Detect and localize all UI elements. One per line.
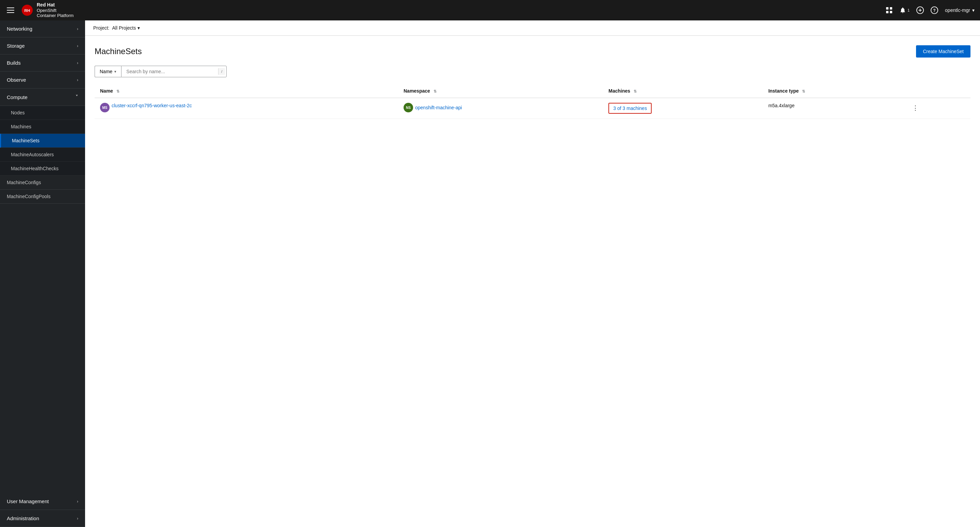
ns-badge: NS: [404, 103, 413, 112]
chevron-right-icon: ›: [77, 27, 78, 31]
project-dropdown[interactable]: All Projects ▾: [112, 25, 140, 31]
col-header-instance-type[interactable]: Instance type ⇅: [763, 84, 904, 98]
machines-count-highlighted[interactable]: 3 of 3 machines: [608, 103, 652, 114]
username-label: opentlc-mgr: [945, 8, 970, 13]
brand-text: Red Hat OpenShift Container Platform: [37, 2, 73, 18]
actions-cell: ⋮: [904, 98, 970, 119]
namespace-link[interactable]: openshift-machine-api: [415, 105, 462, 110]
col-machines-label: Machines: [608, 88, 630, 94]
sort-icon-name: ⇅: [116, 89, 119, 94]
svg-text:?: ?: [933, 8, 935, 13]
col-header-actions: [904, 84, 970, 98]
sidebar-item-machineconfigpools[interactable]: MachineConfigPools: [0, 189, 85, 204]
create-machineset-button[interactable]: Create MachineSet: [916, 45, 970, 57]
sidebar-item-builds[interactable]: Builds ›: [0, 54, 85, 72]
sidebar-item-machineautoscalers[interactable]: MachineAutoscalers: [0, 148, 85, 162]
sidebar: Networking › Storage › Builds › Observe …: [0, 21, 85, 527]
col-header-namespace[interactable]: Namespace ⇅: [398, 84, 603, 98]
plus-icon: [916, 6, 924, 14]
sidebar-item-storage[interactable]: Storage ›: [0, 37, 85, 54]
search-kbd-shortcut: /: [218, 68, 225, 75]
grid-icon: [886, 7, 892, 14]
user-menu-chevron-icon: ▾: [972, 8, 975, 13]
grid-icon-button[interactable]: [886, 7, 892, 14]
name-cell: MS cluster-xccrf-qn795-worker-us-east-2c: [95, 98, 398, 119]
machineset-name-link[interactable]: cluster-xccrf-qn795-worker-us-east-2c: [111, 103, 192, 108]
sidebar-networking-label: Networking: [7, 26, 32, 32]
instance-type-value: m5a.4xlarge: [768, 103, 795, 108]
sort-icon-machines: ⇅: [633, 89, 637, 94]
chevron-right-icon: ›: [77, 516, 78, 521]
sidebar-administration-label: Administration: [7, 516, 39, 521]
namespace-cell: NS openshift-machine-api: [398, 98, 603, 119]
help-button[interactable]: ?: [931, 6, 938, 14]
page-header: MachineSets Create MachineSet: [95, 45, 970, 57]
sidebar-item-machinesets[interactable]: MachineSets: [0, 134, 85, 148]
sort-icon-instance-type: ⇅: [802, 89, 805, 94]
sidebar-storage-label: Storage: [7, 43, 25, 49]
chevron-right-icon: ›: [77, 499, 78, 504]
project-chevron-icon: ▾: [137, 25, 140, 31]
project-label: Project:: [93, 25, 109, 31]
table-header: Name ⇅ Namespace ⇅ Machines ⇅ Instance: [95, 84, 970, 98]
table-row: MS cluster-xccrf-qn795-worker-us-east-2c…: [95, 98, 970, 119]
col-instance-type-label: Instance type: [768, 88, 799, 94]
svg-rect-5: [890, 11, 892, 13]
sidebar-builds-label: Builds: [7, 60, 21, 66]
chevron-right-icon: ›: [77, 44, 78, 48]
sidebar-user-management-label: User Management: [7, 498, 49, 504]
sidebar-item-administration[interactable]: Administration ›: [0, 510, 85, 527]
sidebar-item-observe[interactable]: Observe ›: [0, 72, 85, 89]
notification-badge: 1: [907, 8, 910, 12]
search-input[interactable]: [121, 66, 217, 77]
top-nav-right: 1 ? opentlc-mgr ▾: [886, 6, 975, 14]
sidebar-item-networking[interactable]: Networking ›: [0, 21, 85, 37]
hamburger-menu[interactable]: [5, 6, 16, 14]
col-namespace-label: Namespace: [404, 88, 430, 94]
app-body: Networking › Storage › Builds › Observe …: [0, 21, 980, 527]
redhat-logo-icon: RH: [21, 4, 33, 16]
table-body: MS cluster-xccrf-qn795-worker-us-east-2c…: [95, 98, 970, 119]
notifications-button[interactable]: 1: [899, 7, 910, 14]
page-title: MachineSets: [95, 47, 142, 56]
sidebar-item-compute[interactable]: Compute ˅: [0, 89, 85, 106]
help-icon: ?: [931, 6, 938, 14]
sidebar-observe-label: Observe: [7, 77, 26, 83]
machines-count-label: 3 of 3 machines: [613, 105, 647, 111]
chevron-right-icon: ›: [77, 78, 78, 83]
sidebar-item-machines[interactable]: Machines: [0, 120, 85, 134]
filter-type-dropdown[interactable]: Name ▾: [95, 66, 121, 77]
chevron-down-icon: ˅: [76, 94, 78, 100]
brand-logo: RH Red Hat OpenShift Container Platform: [21, 2, 73, 18]
svg-text:RH: RH: [24, 8, 30, 13]
col-header-machines[interactable]: Machines ⇅: [603, 84, 763, 98]
svg-rect-2: [886, 7, 888, 10]
compute-sub-menu: Nodes Machines MachineSets MachineAutosc…: [0, 106, 85, 176]
filter-dropdown-label: Name: [100, 69, 112, 74]
machinesets-table: Name ⇅ Namespace ⇅ Machines ⇅ Instance: [95, 84, 970, 119]
sidebar-compute-label: Compute: [7, 94, 27, 100]
svg-rect-4: [886, 11, 888, 13]
search-wrapper: /: [121, 66, 227, 77]
user-menu[interactable]: opentlc-mgr ▾: [945, 8, 975, 13]
filter-dropdown-arrow-icon: ▾: [115, 70, 116, 74]
add-button[interactable]: [916, 6, 924, 14]
ms-badge: MS: [100, 103, 110, 112]
svg-rect-3: [890, 7, 892, 10]
bell-icon: [899, 7, 906, 14]
sidebar-item-user-management[interactable]: User Management ›: [0, 493, 85, 510]
chevron-right-icon: ›: [77, 61, 78, 65]
sidebar-item-nodes[interactable]: Nodes: [0, 106, 85, 120]
sidebar-item-machineconfigs[interactable]: MachineConfigs: [0, 176, 85, 189]
row-kebab-menu-button[interactable]: ⋮: [910, 103, 921, 113]
col-header-name[interactable]: Name ⇅: [95, 84, 398, 98]
top-navigation: RH Red Hat OpenShift Container Platform: [0, 0, 980, 21]
main-content: Project: All Projects ▾ MachineSets Crea…: [85, 21, 980, 527]
filter-bar: Name ▾ /: [95, 66, 970, 77]
project-bar: Project: All Projects ▾: [85, 21, 980, 36]
sidebar-item-machinehealthchecks[interactable]: MachineHealthChecks: [0, 162, 85, 176]
sort-icon-namespace: ⇅: [434, 89, 437, 94]
machines-cell: 3 of 3 machines: [603, 98, 763, 119]
instance-type-cell: m5a.4xlarge: [763, 98, 904, 119]
col-name-label: Name: [100, 88, 113, 94]
